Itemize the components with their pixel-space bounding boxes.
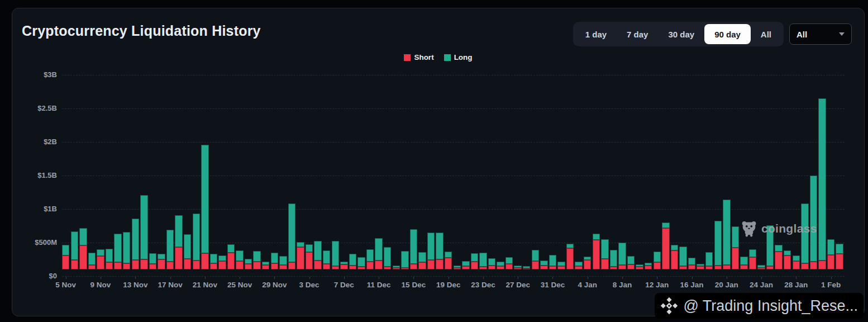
bar-segment-long[interactable] bbox=[314, 241, 321, 261]
bar-segment-short[interactable] bbox=[810, 262, 817, 269]
liquidation-bar[interactable] bbox=[636, 264, 643, 269]
liquidation-bar[interactable] bbox=[610, 250, 617, 269]
liquidation-bar[interactable] bbox=[618, 243, 626, 269]
liquidation-bar[interactable] bbox=[245, 259, 252, 269]
bar-segment-long[interactable] bbox=[679, 247, 686, 267]
bar-segment-short[interactable] bbox=[314, 261, 321, 269]
bar-segment-short[interactable] bbox=[306, 252, 313, 269]
bar-segment-short[interactable] bbox=[784, 255, 791, 269]
bar-segment-short[interactable] bbox=[340, 264, 347, 269]
bar-segment-short[interactable] bbox=[271, 263, 278, 269]
bar-segment-long[interactable] bbox=[71, 231, 78, 261]
bar-segment-short[interactable] bbox=[357, 267, 365, 269]
liquidation-bar[interactable] bbox=[166, 230, 174, 269]
bar-segment-long[interactable] bbox=[88, 253, 96, 265]
bar-segment-long[interactable] bbox=[418, 252, 426, 262]
bar-segment-short[interactable] bbox=[636, 267, 643, 269]
bar-segment-long[interactable] bbox=[601, 239, 608, 259]
liquidation-bar[interactable] bbox=[97, 249, 104, 269]
bar-segment-long[interactable] bbox=[445, 252, 452, 258]
bar-segment-long[interactable] bbox=[349, 254, 356, 266]
bar-segment-short[interactable] bbox=[557, 266, 565, 269]
liquidation-bar[interactable] bbox=[514, 266, 521, 269]
bar-segment-long[interactable] bbox=[793, 255, 800, 261]
bar-segment-short[interactable] bbox=[253, 262, 260, 269]
bar-segment-short[interactable] bbox=[827, 255, 834, 269]
bar-segment-short[interactable] bbox=[140, 259, 147, 269]
bar-segment-short[interactable] bbox=[662, 228, 669, 269]
liquidation-bar[interactable] bbox=[288, 203, 295, 269]
bar-segment-short[interactable] bbox=[62, 255, 69, 269]
liquidation-bar[interactable] bbox=[236, 250, 243, 269]
liquidation-bar[interactable] bbox=[627, 256, 635, 269]
bar-segment-long[interactable] bbox=[427, 233, 435, 260]
liquidation-bar[interactable] bbox=[462, 261, 469, 269]
bar-segment-short[interactable] bbox=[349, 266, 356, 269]
liquidation-bar[interactable] bbox=[158, 254, 165, 269]
bar-segment-long[interactable] bbox=[836, 244, 843, 254]
liquidation-bar[interactable] bbox=[671, 245, 678, 269]
liquidation-bar[interactable] bbox=[306, 244, 313, 269]
bar-segment-long[interactable] bbox=[801, 203, 808, 263]
bar-segment-long[interactable] bbox=[462, 261, 469, 266]
liquidation-bar[interactable] bbox=[445, 252, 452, 269]
bar-segment-short[interactable] bbox=[410, 264, 417, 269]
bar-segment-long[interactable] bbox=[479, 253, 487, 267]
liquidation-bar[interactable] bbox=[436, 233, 443, 269]
bar-segment-long[interactable] bbox=[375, 238, 382, 260]
liquidation-bar[interactable] bbox=[140, 195, 147, 269]
bar-segment-short[interactable] bbox=[627, 264, 635, 269]
bar-segment-long[interactable] bbox=[201, 145, 208, 253]
bar-segment-short[interactable] bbox=[236, 261, 243, 269]
bar-segment-short[interactable] bbox=[132, 260, 139, 269]
bar-segment-short[interactable] bbox=[740, 265, 747, 269]
chart-plot-area[interactable]: $0$500M$1B$1.5B$2B$2.5B$3B5 Nov9 Nov13 N… bbox=[12, 8, 864, 316]
bar-segment-short[interactable] bbox=[279, 265, 287, 269]
bar-segment-long[interactable] bbox=[575, 262, 582, 266]
bar-segment-short[interactable] bbox=[462, 266, 469, 269]
bar-segment-long[interactable] bbox=[106, 249, 113, 262]
liquidation-bar[interactable] bbox=[71, 231, 78, 269]
bar-segment-long[interactable] bbox=[654, 252, 661, 262]
bar-segment-long[interactable] bbox=[723, 200, 730, 265]
liquidation-bar[interactable] bbox=[297, 242, 304, 269]
bar-segment-long[interactable] bbox=[384, 247, 391, 267]
bar-segment-short[interactable] bbox=[654, 262, 661, 269]
liquidation-bar[interactable] bbox=[584, 257, 591, 269]
bar-segment-short[interactable] bbox=[332, 266, 339, 269]
bar-segment-long[interactable] bbox=[593, 234, 600, 240]
bar-segment-short[interactable] bbox=[401, 268, 408, 269]
bar-segment-short[interactable] bbox=[618, 265, 626, 269]
bar-segment-long[interactable] bbox=[827, 239, 834, 255]
bar-segment-long[interactable] bbox=[149, 253, 156, 264]
liquidation-bar[interactable] bbox=[688, 258, 695, 269]
bar-segment-long[interactable] bbox=[497, 262, 504, 266]
bar-segment-short[interactable] bbox=[262, 265, 269, 269]
liquidation-bar[interactable] bbox=[540, 261, 547, 269]
liquidation-bar[interactable] bbox=[818, 98, 826, 269]
bar-segment-short[interactable] bbox=[584, 260, 591, 269]
bar-segment-long[interactable] bbox=[662, 222, 669, 228]
liquidation-bar[interactable] bbox=[227, 244, 235, 269]
bar-segment-short[interactable] bbox=[757, 268, 765, 269]
bar-segment-long[interactable] bbox=[471, 253, 478, 262]
bar-segment-short[interactable] bbox=[645, 266, 652, 269]
liquidation-bar[interactable] bbox=[175, 215, 182, 269]
bar-segment-short[interactable] bbox=[193, 261, 200, 269]
bar-segment-long[interactable] bbox=[132, 219, 139, 260]
bar-segment-short[interactable] bbox=[766, 266, 774, 269]
liquidation-bar[interactable] bbox=[662, 222, 669, 269]
bar-segment-long[interactable] bbox=[123, 232, 130, 263]
bar-segment-short[interactable] bbox=[123, 263, 130, 269]
bar-segment-short[interactable] bbox=[218, 261, 226, 269]
bar-segment-long[interactable] bbox=[818, 98, 826, 260]
bar-segment-long[interactable] bbox=[140, 195, 147, 259]
bar-segment-long[interactable] bbox=[671, 245, 678, 250]
bar-segment-long[interactable] bbox=[271, 253, 278, 263]
bar-segment-short[interactable] bbox=[575, 266, 582, 269]
bar-segment-long[interactable] bbox=[436, 233, 443, 259]
liquidation-bar[interactable] bbox=[549, 255, 556, 269]
bar-segment-long[interactable] bbox=[332, 241, 339, 267]
bar-segment-short[interactable] bbox=[97, 256, 104, 269]
liquidation-bar[interactable] bbox=[149, 253, 156, 269]
